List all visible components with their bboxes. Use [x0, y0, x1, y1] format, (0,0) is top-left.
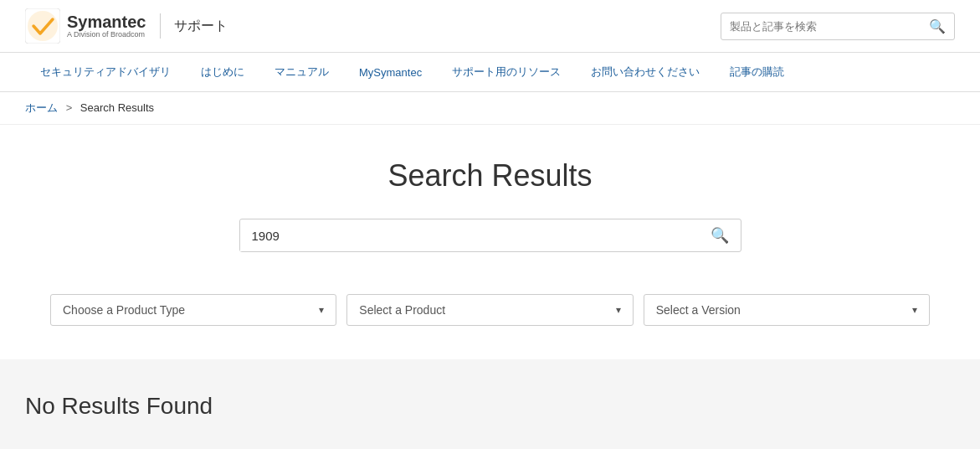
product-type-dropdown[interactable]: Choose a Product Type ▾: [50, 294, 336, 326]
breadcrumb-current: Search Results: [80, 101, 154, 114]
page-title: Search Results: [25, 158, 955, 194]
main-content: Search Results 🔍 Choose a Product Type ▾…: [0, 125, 980, 359]
chevron-down-icon: ▾: [912, 304, 917, 316]
filters-row: Choose a Product Type ▾ Select a Product…: [25, 277, 955, 343]
header-search-input[interactable]: [721, 15, 921, 38]
main-search-bar: 🔍: [239, 219, 741, 252]
nav-item-subscribe[interactable]: 記事の購読: [715, 53, 799, 91]
nav-item-resources[interactable]: サポート用のリソース: [437, 53, 576, 91]
nav-item-manual[interactable]: マニュアル: [259, 53, 344, 91]
search-icon: 🔍: [929, 19, 946, 34]
nav-item-mysymantec[interactable]: MySymantec: [344, 54, 437, 90]
main-search-input[interactable]: [240, 220, 699, 251]
header-search-bar: 🔍: [721, 13, 955, 40]
logo-broadcom-label: A Division of Broadcom: [67, 31, 146, 39]
nav-item-contact[interactable]: お問い合わせください: [576, 53, 715, 91]
logo-symantec-label: Symantec: [67, 13, 146, 31]
nav-item-security-advisory[interactable]: セキュリティアドバイザリ: [25, 53, 186, 91]
select-version-label: Select a Version: [656, 303, 741, 317]
no-results-heading: No Results Found: [25, 393, 955, 420]
results-section: No Results Found: [0, 359, 980, 449]
header: Symantec A Division of Broadcom サポート 🔍: [0, 0, 980, 53]
main-nav: セキュリティアドバイザリ はじめに マニュアル MySymantec サポート用…: [0, 53, 980, 92]
breadcrumb-separator: >: [66, 101, 73, 114]
breadcrumb: ホーム > Search Results: [0, 92, 980, 125]
logo: Symantec A Division of Broadcom: [25, 8, 146, 44]
chevron-down-icon: ▾: [616, 304, 621, 316]
nav-item-getting-started[interactable]: はじめに: [186, 53, 259, 91]
symantec-logo-icon: [25, 8, 60, 44]
header-support-label: サポート: [174, 18, 228, 35]
search-bar-wrapper: 🔍: [25, 219, 955, 252]
logo-text: Symantec A Division of Broadcom: [67, 13, 146, 39]
select-version-dropdown[interactable]: Select a Version ▾: [644, 294, 930, 326]
select-product-dropdown[interactable]: Select a Product ▾: [346, 294, 633, 326]
header-search-button[interactable]: 🔍: [921, 13, 954, 39]
search-icon: 🔍: [711, 227, 729, 244]
chevron-down-icon: ▾: [319, 304, 324, 316]
product-type-label: Choose a Product Type: [63, 303, 185, 317]
header-divider: [160, 13, 161, 39]
main-search-button[interactable]: 🔍: [699, 219, 741, 251]
select-product-label: Select a Product: [359, 303, 445, 317]
header-left: Symantec A Division of Broadcom サポート: [25, 8, 228, 44]
breadcrumb-home-link[interactable]: ホーム: [25, 101, 58, 114]
